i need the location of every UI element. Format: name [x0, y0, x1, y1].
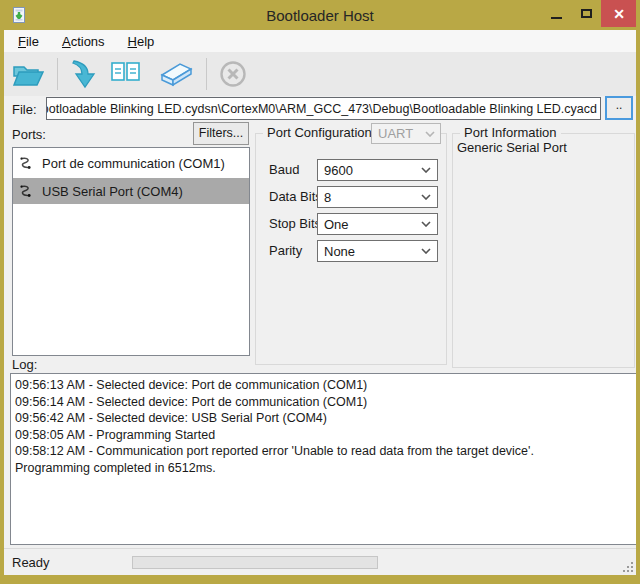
maximize-button[interactable]: [571, 0, 601, 27]
close-button[interactable]: ✕: [601, 0, 637, 27]
port-configuration-group: Port Configuration UART Baud 9600 Data B…: [255, 133, 447, 365]
chevron-down-icon: [421, 167, 431, 173]
file-label: File:: [12, 102, 37, 117]
status-bar: Ready: [4, 548, 636, 575]
log-label: Log:: [12, 357, 37, 372]
parity-label: Parity: [269, 243, 302, 258]
port-information-title: Port Information: [460, 125, 561, 140]
bootloader-host-window: Bootloader Host ✕ File Actions Help: [0, 0, 640, 584]
baud-select[interactable]: 9600: [317, 159, 438, 181]
port-name: Port de communication (COM1): [42, 156, 225, 171]
abort-icon: [218, 59, 248, 89]
close-icon: ✕: [613, 6, 625, 22]
maximize-icon: [581, 9, 592, 18]
status-text: Ready: [12, 555, 50, 570]
parity-value: None: [324, 244, 355, 259]
data-bits-value: 8: [324, 190, 331, 205]
protocol-value: UART: [378, 126, 413, 141]
ports-list: Port de communication (COM1) USB Serial …: [12, 147, 250, 356]
data-bits-select[interactable]: 8: [317, 186, 438, 208]
serial-port-icon: [19, 156, 34, 171]
minimize-button[interactable]: [541, 0, 571, 27]
open-folder-icon: [10, 59, 46, 89]
port-configuration-title: Port Configuration: [263, 125, 376, 140]
file-path-input[interactable]: ader_41xx\Bootloadable Blinking LED.cyds…: [46, 97, 601, 120]
minimize-icon: [551, 17, 562, 19]
log-line: 09:56:14 AM - Selected device: Port de c…: [15, 394, 632, 411]
baud-label: Baud: [269, 162, 299, 177]
verify-documents-icon: [109, 60, 143, 88]
menu-help[interactable]: Help: [119, 31, 164, 52]
log-line: 09:58:12 AM - Communication port reporte…: [15, 443, 632, 460]
menu-bar: File Actions Help: [4, 30, 636, 52]
baud-value: 9600: [324, 163, 353, 178]
chevron-down-icon: [421, 194, 431, 200]
program-arrow-icon: [69, 58, 97, 90]
log-line: 09:58:05 AM - Programming Started: [15, 427, 632, 444]
menu-actions[interactable]: Actions: [53, 31, 114, 52]
file-path-text: ader_41xx\Bootloadable Blinking LED.cyds…: [46, 102, 597, 116]
port-information-text: Generic Serial Port: [457, 140, 567, 155]
ports-label: Ports:: [12, 127, 46, 142]
title-bar: Bootloader Host ✕: [0, 0, 640, 30]
port-information-group: Port Information Generic Serial Port: [452, 133, 635, 368]
toolbar-separator: [206, 58, 207, 90]
chevron-down-icon: [421, 221, 431, 227]
stop-bits-value: One: [324, 217, 349, 232]
log-line: Programming completed in 6512ms.: [15, 460, 632, 477]
log-output[interactable]: 09:56:13 AM - Selected device: Port de c…: [10, 373, 637, 545]
eraser-icon: [155, 60, 195, 88]
abort-button[interactable]: [214, 56, 252, 92]
progress-bar: [132, 556, 378, 569]
chevron-down-icon: [421, 248, 431, 254]
resize-grip[interactable]: [622, 561, 633, 572]
filters-button[interactable]: Filters...: [193, 122, 249, 145]
erase-button[interactable]: [151, 56, 199, 92]
log-line: 09:56:13 AM - Selected device: Port de c…: [15, 377, 632, 394]
port-name: USB Serial Port (COM4): [42, 184, 183, 199]
serial-port-icon: [19, 184, 34, 199]
program-button[interactable]: [65, 56, 101, 92]
menu-file[interactable]: File: [9, 31, 48, 52]
port-list-item-com4[interactable]: USB Serial Port (COM4): [13, 178, 249, 204]
toolbar-separator: [57, 58, 58, 90]
chevron-down-icon: [425, 131, 435, 137]
open-file-button[interactable]: [6, 56, 50, 92]
parity-select[interactable]: None: [317, 240, 438, 262]
data-bits-label: Data Bits: [269, 189, 322, 204]
port-list-item-com1[interactable]: Port de communication (COM1): [13, 150, 249, 176]
stop-bits-label: Stop Bits: [269, 216, 321, 231]
stop-bits-select[interactable]: One: [317, 213, 438, 235]
log-line: 09:56:42 AM - Selected device: USB Seria…: [15, 410, 632, 427]
protocol-select[interactable]: UART: [371, 123, 441, 144]
verify-button[interactable]: [105, 56, 147, 92]
toolbar: [4, 52, 636, 96]
browse-button[interactable]: ..: [605, 96, 633, 120]
